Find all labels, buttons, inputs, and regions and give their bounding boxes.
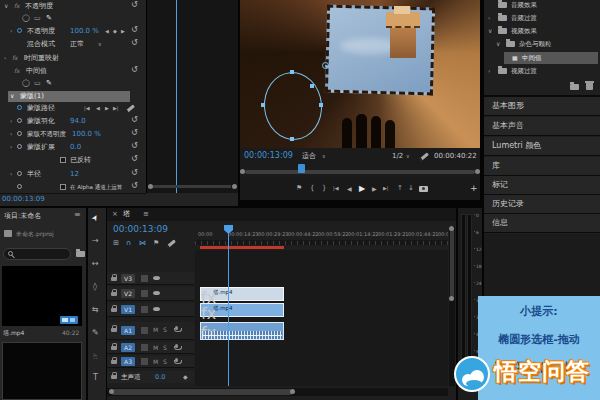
master-keyframe-icon[interactable]: ◆ bbox=[183, 374, 188, 380]
caret-down-icon[interactable]: ∨ bbox=[10, 93, 14, 99]
caret-down-icon[interactable]: ∨ bbox=[496, 41, 500, 47]
effects-item-noise-grain[interactable]: 杂色与颗粒 bbox=[519, 41, 552, 48]
step-forward-icon[interactable]: ▶ bbox=[372, 186, 377, 192]
tab-essential-sound[interactable]: 基本声音 bbox=[484, 117, 600, 136]
track-header-a1[interactable]: A1 M S bbox=[107, 322, 194, 340]
panel-menu-icon[interactable]: ≡ bbox=[74, 211, 81, 219]
step-back-icon[interactable]: ◀ bbox=[347, 186, 352, 192]
mask-feather-handle[interactable] bbox=[310, 84, 314, 88]
reset-icon[interactable]: ↺ bbox=[131, 155, 138, 163]
program-timecode[interactable]: 00:00:13:09 bbox=[244, 152, 293, 160]
go-to-out-icon[interactable]: ▶| bbox=[383, 186, 389, 191]
stopwatch-icon[interactable] bbox=[17, 184, 22, 189]
search-bin-folder-icon[interactable] bbox=[76, 251, 85, 257]
type-tool-icon[interactable]: T bbox=[93, 374, 98, 382]
playback-resolution-select[interactable]: 1/2 bbox=[392, 153, 403, 160]
caret-right-icon[interactable]: › bbox=[10, 118, 12, 124]
reset-icon[interactable]: ↺ bbox=[131, 142, 138, 150]
sync-lock-icon[interactable] bbox=[141, 290, 148, 297]
track-header-v1[interactable]: V1 bbox=[107, 303, 194, 317]
play-icon[interactable]: ▶ bbox=[359, 185, 365, 193]
solo-button[interactable]: S bbox=[163, 327, 167, 333]
hscroll-handle-left[interactable] bbox=[109, 389, 114, 394]
project-clip-name[interactable]: 塔.mp4 bbox=[3, 330, 24, 336]
snap-magnet-icon[interactable]: ∩ bbox=[126, 240, 131, 247]
solo-button[interactable]: S bbox=[163, 345, 167, 351]
reset-icon[interactable]: ↺ bbox=[131, 26, 138, 34]
solo-button[interactable]: S bbox=[163, 359, 167, 365]
pen-mask-icon[interactable]: ✎ bbox=[46, 15, 52, 22]
lock-icon[interactable] bbox=[111, 277, 117, 281]
rect-mask-icon[interactable]: ▭ bbox=[34, 80, 41, 87]
panel-menu-icon[interactable]: ≡ bbox=[143, 211, 149, 218]
razor-tool-icon[interactable]: ◊ bbox=[93, 283, 97, 291]
effects-item-median-selected[interactable]: ▦ 中间值 bbox=[504, 52, 598, 64]
effects-item-video-transitions[interactable]: 视频过渡 bbox=[511, 68, 537, 75]
sync-lock-icon[interactable] bbox=[141, 327, 148, 334]
hscroll-handle-right[interactable] bbox=[290, 389, 295, 394]
mute-button[interactable]: M bbox=[153, 327, 158, 333]
lock-icon[interactable] bbox=[111, 360, 117, 364]
mask-center-target[interactable] bbox=[322, 62, 329, 69]
alpha-checkbox[interactable] bbox=[60, 184, 66, 190]
sync-lock-icon[interactable] bbox=[141, 358, 148, 365]
voiceover-mic-icon[interactable] bbox=[175, 344, 178, 348]
radius-value[interactable]: 12 bbox=[70, 171, 79, 178]
track-prev-icon[interactable]: ◀ bbox=[96, 106, 100, 111]
pm-zoom-handle-right[interactable] bbox=[475, 169, 480, 174]
ellipse-mask-icon[interactable]: ◯ bbox=[22, 15, 30, 22]
blend-mode-value[interactable]: 正常 bbox=[70, 41, 84, 48]
track-next-icon[interactable]: ▶ bbox=[105, 106, 109, 111]
track-header-a3[interactable]: A3 M S bbox=[107, 356, 194, 368]
project-thumbnail[interactable] bbox=[2, 266, 82, 326]
track-visibility-eye-icon[interactable] bbox=[153, 276, 160, 280]
settings-wrench-icon[interactable] bbox=[420, 152, 429, 160]
effects-item-video-effects[interactable]: 视频效果 bbox=[511, 28, 537, 35]
mask-opacity-value[interactable]: 100.0 % bbox=[72, 131, 101, 138]
reset-icon[interactable]: ↺ bbox=[131, 39, 138, 47]
button-editor-plus-icon[interactable]: + bbox=[470, 184, 478, 193]
track-visibility-eye-icon[interactable] bbox=[153, 291, 160, 295]
ec-scrollbar[interactable] bbox=[153, 185, 231, 188]
mask-item-selected[interactable]: ∨ 蒙版(1) bbox=[8, 91, 130, 102]
timeline-playhead-line[interactable] bbox=[228, 230, 229, 386]
mark-out-icon[interactable]: } bbox=[322, 185, 326, 192]
mask-feather-value[interactable]: 94.0 bbox=[70, 118, 86, 125]
sequence-tab[interactable]: 塔 bbox=[123, 211, 130, 218]
mask-ellipse-outline[interactable] bbox=[261, 70, 325, 143]
pen-mask-icon[interactable]: ✎ bbox=[46, 80, 52, 87]
vscroll-handle-bottom[interactable] bbox=[449, 296, 454, 301]
stopwatch-icon[interactable] bbox=[17, 118, 22, 123]
go-to-in-icon[interactable]: |◀ bbox=[333, 186, 339, 191]
track-header-master[interactable]: 主声道 0.0 ◆ bbox=[107, 371, 194, 383]
lock-icon[interactable] bbox=[111, 346, 117, 350]
mask-handle-bottom[interactable] bbox=[290, 137, 294, 141]
inverted-checkbox[interactable] bbox=[60, 157, 66, 163]
track-label-a2[interactable]: A2 bbox=[121, 343, 135, 352]
dropdown-icon[interactable]: ∨ bbox=[98, 42, 102, 47]
pen-tool-icon[interactable]: ✎ bbox=[92, 329, 99, 337]
caret-right-icon[interactable]: › bbox=[488, 68, 490, 74]
clip-v1[interactable]: fx 塔.mp4 bbox=[200, 303, 284, 317]
mask-handle-left[interactable] bbox=[261, 103, 265, 107]
reset-icon[interactable]: ↺ bbox=[131, 66, 138, 74]
tab-history[interactable]: 历史记录 bbox=[484, 195, 600, 214]
rect-mask-icon[interactable]: ▭ bbox=[34, 15, 41, 22]
insert-nest-icon[interactable]: ⊞ bbox=[113, 240, 119, 247]
delete-trash-icon[interactable] bbox=[586, 83, 593, 90]
voiceover-mic-icon[interactable] bbox=[175, 326, 178, 330]
ec-playhead[interactable] bbox=[176, 0, 177, 193]
timeline-ruler[interactable]: 00:00 00:00:14:23 00:00:29:23 00:00:44:2… bbox=[195, 228, 448, 245]
selection-tool-icon[interactable]: ➤ bbox=[90, 213, 100, 223]
reset-icon[interactable]: ↺ bbox=[131, 129, 138, 137]
track-select-tool-icon[interactable]: → bbox=[92, 237, 99, 245]
tab-essential-graphics[interactable]: 基本图形 bbox=[484, 97, 600, 116]
reset-icon[interactable]: ↺ bbox=[131, 169, 138, 177]
tab-lumetri-color[interactable]: Lumetri 颜色 bbox=[484, 137, 600, 156]
mute-button[interactable]: M bbox=[153, 359, 158, 365]
track-header-v2[interactable]: V2 bbox=[107, 287, 194, 301]
timeline-hscrollbar[interactable] bbox=[107, 388, 448, 396]
vscroll-handle-top[interactable] bbox=[449, 226, 454, 231]
lift-icon[interactable]: ↑ bbox=[397, 185, 403, 192]
ec-zoom-handle-right[interactable] bbox=[232, 184, 237, 189]
